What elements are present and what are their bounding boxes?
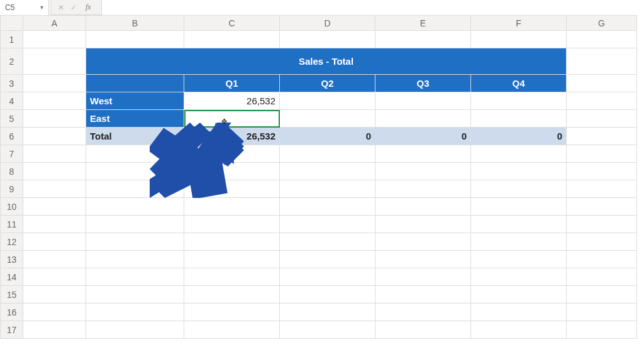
cell-C4[interactable]: 26,532 [184,92,280,110]
fx-icon[interactable]: fx [83,3,91,12]
cell-G14[interactable] [567,268,637,286]
cell-G1[interactable] [567,31,637,48]
enter-icon[interactable]: ✓ [70,3,77,12]
cell-D15[interactable] [280,286,375,304]
sales-colhead-Q2[interactable]: Q2 [280,75,375,92]
cell-B15[interactable] [86,286,184,304]
cell-E11[interactable] [375,216,471,233]
cell-F13[interactable] [471,251,567,268]
cell-D8[interactable] [280,163,375,180]
col-header-E[interactable]: E [375,16,471,31]
cell-B16[interactable] [86,304,184,321]
formula-input[interactable] [101,0,644,15]
cell-D17[interactable] [280,321,375,339]
cell-B13[interactable] [86,251,184,268]
cell-F17[interactable] [471,321,567,339]
cell-D9[interactable] [280,180,375,198]
cell-F14[interactable] [471,268,567,286]
cell-E7[interactable] [375,145,471,163]
row-header-16[interactable]: 16 [1,304,23,321]
cell-D12[interactable] [280,233,375,251]
cell-D11[interactable] [280,216,375,233]
cell-D5[interactable] [280,110,375,128]
cell-E9[interactable] [375,180,471,198]
cell-E4[interactable] [375,92,471,110]
sales-total-label[interactable]: Total [86,128,184,145]
sales-colhead-Q1[interactable]: Q1 [184,75,280,92]
cell-G8[interactable] [567,163,637,180]
col-header-B[interactable]: B [86,16,184,31]
row-header-8[interactable]: 8 [1,163,23,180]
row-header-10[interactable]: 10 [1,198,23,216]
row-header-2[interactable]: 2 [1,48,23,75]
col-header-G[interactable]: G [567,16,637,31]
cell-A11[interactable] [23,216,86,233]
row-header-11[interactable]: 11 [1,216,23,233]
cell-A16[interactable] [23,304,86,321]
cell-E17[interactable] [375,321,471,339]
sales-title[interactable]: Sales - Total [86,48,567,75]
cell-G7[interactable] [567,145,637,163]
sales-total-Q2[interactable]: 0 [280,128,375,145]
cell-A1[interactable] [23,31,86,48]
cell-G12[interactable] [567,233,637,251]
cell-D4[interactable] [280,92,375,110]
cell-A8[interactable] [23,163,86,180]
cell-B12[interactable] [86,233,184,251]
cell-B11[interactable] [86,216,184,233]
cell-D13[interactable] [280,251,375,268]
row-header-13[interactable]: 13 [1,251,23,268]
sales-colhead-blank[interactable] [86,75,184,92]
sales-total-Q1[interactable]: 26,532 [184,128,280,145]
cell-A10[interactable] [23,198,86,216]
cell-A3[interactable] [23,75,86,92]
cell-G10[interactable] [567,198,637,216]
cell-F1[interactable] [471,31,567,48]
col-header-D[interactable]: D [280,16,375,31]
cell-G3[interactable] [567,75,637,92]
cell-C8[interactable] [184,163,280,180]
col-header-A[interactable]: A [23,16,86,31]
row-header-6[interactable]: 6 [1,128,23,145]
sales-total-Q4[interactable]: 0 [471,128,567,145]
cell-D10[interactable] [280,198,375,216]
cell-A17[interactable] [23,321,86,339]
cell-A7[interactable] [23,145,86,163]
col-header-F[interactable]: F [471,16,567,31]
chevron-down-icon[interactable]: ▼ [39,0,45,15]
cell-D16[interactable] [280,304,375,321]
cell-E12[interactable] [375,233,471,251]
cell-D7[interactable] [280,145,375,163]
cell-C9[interactable] [184,180,280,198]
cell-F10[interactable] [471,198,567,216]
cell-G16[interactable] [567,304,637,321]
row-header-3[interactable]: 3 [1,75,23,92]
cell-B1[interactable] [86,31,184,48]
cell-B8[interactable] [86,163,184,180]
cell-C13[interactable] [184,251,280,268]
cell-G5[interactable] [567,110,637,128]
row-header-12[interactable]: 12 [1,233,23,251]
cell-B17[interactable] [86,321,184,339]
cell-E13[interactable] [375,251,471,268]
cell-C17[interactable] [184,321,280,339]
sales-total-Q3[interactable]: 0 [375,128,471,145]
row-header-15[interactable]: 15 [1,286,23,304]
cell-E15[interactable] [375,286,471,304]
cell-C7[interactable] [184,145,280,163]
cell-G11[interactable] [567,216,637,233]
sales-colhead-Q4[interactable]: Q4 [471,75,567,92]
row-header-4[interactable]: 4 [1,92,23,110]
cell-C5[interactable] [184,110,280,128]
cell-E5[interactable] [375,110,471,128]
cell-D1[interactable] [280,31,375,48]
cell-F8[interactable] [471,163,567,180]
cell-B14[interactable] [86,268,184,286]
cell-F4[interactable] [471,92,567,110]
cell-B9[interactable] [86,180,184,198]
cell-C12[interactable] [184,233,280,251]
cell-G4[interactable] [567,92,637,110]
name-box[interactable]: C5 ▼ [0,0,49,15]
cell-G13[interactable] [567,251,637,268]
cell-C14[interactable] [184,268,280,286]
